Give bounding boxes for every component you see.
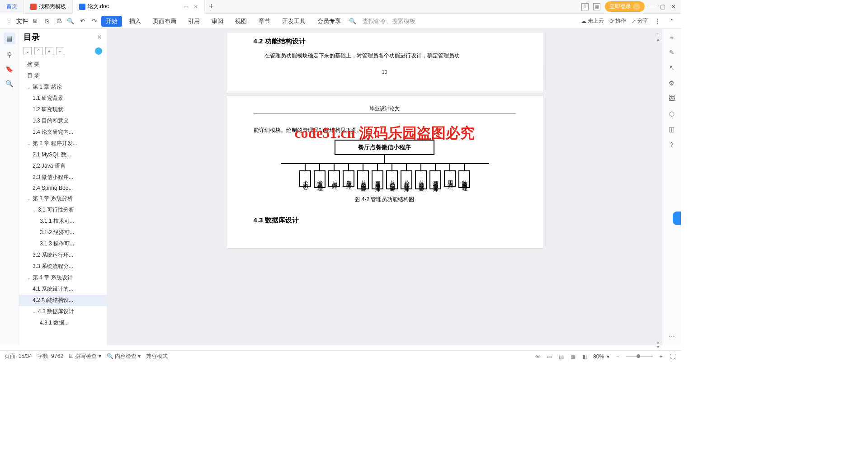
view-web-icon[interactable]: ▦ (570, 353, 577, 360)
more-icon[interactable]: ⋮ (654, 18, 662, 24)
toc-item[interactable]: ⌄3.1 可行性分析 (19, 204, 107, 216)
new-tab-button[interactable]: + (205, 2, 218, 11)
toc-item[interactable]: ⌄第 2 章 程序开发... (19, 138, 107, 149)
toc-item[interactable]: 2.2 Java 语言 (19, 160, 107, 172)
collapse-icon[interactable]: ⌃ (667, 17, 676, 26)
save-icon[interactable]: 🗎 (31, 17, 40, 26)
undo-icon[interactable]: ↶ (78, 17, 87, 26)
toc-item[interactable]: 4.3.1 数据... (19, 317, 107, 329)
share-button[interactable]: ↗ 分享 (632, 17, 648, 25)
toc-item[interactable]: ⌄第 4 章 系统设计 (19, 272, 107, 283)
tab-chapter[interactable]: 章节 (254, 16, 275, 27)
toc-item[interactable]: 1.2 研究现状 (19, 104, 107, 115)
document-area[interactable]: ♡ 4.2 功能结构设计 在管理员功能模块确定下来的基础上，对管理员各个功能进行… (107, 29, 662, 345)
toc-item[interactable]: 3.1.3 操作可... (19, 238, 107, 249)
export-icon[interactable]: ⎘ (42, 17, 52, 26)
cursor-icon[interactable]: ↖ (667, 63, 676, 72)
more-rail-icon[interactable]: ⋯ (667, 332, 676, 341)
collapse-all-icon[interactable]: ⌄ (24, 47, 32, 55)
toc-item[interactable]: 1.4 论文研究内... (19, 127, 107, 138)
toc-item[interactable]: ⌄第 3 章 系统分析 (19, 193, 107, 204)
bookmark-icon[interactable]: 🔖 (5, 65, 14, 73)
tab-insert[interactable]: 插入 (125, 16, 146, 27)
compass-icon[interactable]: ◫ (667, 125, 676, 134)
tab-start[interactable]: 开始 (101, 16, 122, 27)
settings-icon[interactable]: ⚙ (667, 79, 676, 88)
close-outline-icon[interactable]: ✕ (97, 33, 102, 41)
page-11: 毕业设计论文 code51.cn 源码乐园盗图必究 能详细模块。绘制的管理员功能… (226, 96, 543, 249)
tab-home[interactable]: 首页 (0, 0, 24, 14)
spellcheck[interactable]: ☑ 拼写检查 ▾ (69, 353, 101, 360)
toc-item[interactable]: 摘 要 (19, 59, 107, 70)
zoom-out-icon[interactable]: − (614, 353, 621, 360)
toc-item[interactable]: 3.3 系统流程分... (19, 261, 107, 272)
toc-item[interactable]: 3.2 系统运行环... (19, 249, 107, 261)
watermark: code51.cn 源码乐园盗图必究 (294, 123, 474, 143)
login-button[interactable]: 立即登录 (605, 1, 645, 12)
print-icon[interactable]: 🖶 (54, 17, 63, 26)
zoom-control[interactable]: 80% ▾ (593, 353, 609, 360)
tab-member[interactable]: 会员专享 (313, 16, 345, 27)
help-icon[interactable]: ? (667, 140, 676, 149)
expand-all-icon[interactable]: ⌃ (34, 47, 42, 55)
search-rail-icon[interactable]: 🔍 (5, 80, 14, 88)
toc-item[interactable]: 2.1 MySQL 数... (19, 149, 107, 160)
search-icon[interactable]: 🔍 (348, 17, 357, 26)
image-icon[interactable]: 🖼 (667, 94, 676, 103)
zoom-in-icon[interactable]: + (657, 353, 665, 360)
fullscreen-icon[interactable]: ⛶ (669, 353, 676, 360)
minimize-button[interactable]: — (649, 3, 656, 10)
toc-item[interactable]: 3.1.2 经济可... (19, 227, 107, 238)
toc-item[interactable]: 目 录 (19, 70, 107, 81)
redo-icon[interactable]: ↷ (90, 17, 99, 26)
zoom-slider[interactable] (626, 356, 653, 357)
view-eye-icon[interactable]: 👁 (534, 353, 542, 360)
word-count[interactable]: 字数: 9762 (38, 353, 63, 360)
pin-icon[interactable]: ⚲ (5, 51, 14, 59)
toc-item[interactable]: 2.3 微信小程序... (19, 172, 107, 183)
collab-button[interactable]: ⟳ 协作 (609, 17, 626, 25)
sync-badge-icon[interactable] (95, 47, 102, 55)
tab-review[interactable]: 审阅 (207, 16, 228, 27)
remove-icon[interactable]: − (56, 47, 64, 55)
tab-ref[interactable]: 引用 (184, 16, 204, 27)
tab-layout[interactable]: 页面布局 (148, 16, 181, 27)
compat-mode[interactable]: 兼容模式 (146, 353, 168, 360)
toc-item[interactable]: 3.1.1 技术可... (19, 216, 107, 227)
close-icon[interactable]: ✕ (193, 4, 198, 10)
layout-icon[interactable]: 1 (581, 3, 589, 10)
toc-item[interactable]: 4.1 系统设计的... (19, 283, 107, 295)
side-tab[interactable] (673, 212, 681, 225)
menu-icon[interactable]: ≡ (667, 33, 676, 42)
cloud-status[interactable]: ☁ 未上云 (581, 17, 604, 25)
search-command[interactable]: 查找命令、搜索模板 (363, 17, 415, 25)
close-button[interactable]: ✕ (671, 3, 677, 10)
view-read-icon[interactable]: ▭ (546, 353, 553, 360)
toc-item[interactable]: ⌄第 1 章 绪论 (19, 81, 107, 93)
outline-icon[interactable]: ▤ (4, 33, 15, 44)
content-check[interactable]: 🔍 内容检查 ▾ (107, 353, 141, 360)
file-menu[interactable]: 文件 (16, 17, 28, 25)
tab-view[interactable]: 视图 (231, 16, 251, 27)
scrollbar[interactable]: ≡▴▴▾ (655, 32, 661, 349)
add-icon[interactable]: + (45, 47, 53, 55)
view-page-icon[interactable]: ▤ (558, 353, 565, 360)
apps-icon[interactable]: ▦ (593, 3, 600, 10)
toc-item[interactable]: 4.2 功能结构设... (19, 295, 107, 306)
view-outline-icon[interactable]: ◧ (581, 353, 589, 360)
hamburger-icon[interactable]: ≡ (5, 17, 14, 26)
toc-item[interactable]: 2.4 Spring Boo... (19, 183, 107, 193)
toc-item[interactable]: 1.3 目的和意义 (19, 115, 107, 127)
page-indicator[interactable]: 页面: 15/34 (5, 353, 32, 360)
pen-icon[interactable]: ✎ (667, 48, 676, 57)
tab-doc[interactable]: 论文.doc▭✕ (73, 0, 205, 14)
toc-item[interactable]: ⌄4.3 数据库设计 (19, 306, 107, 317)
right-rail: ≡ ✎ ↖ ⚙ 🖼 ⬡ ◫ ? ⋯ (662, 29, 681, 345)
tab-template[interactable]: 找稻壳模板 (24, 0, 73, 14)
present-icon[interactable]: ▭ (184, 4, 189, 10)
bulb-icon[interactable]: ⬡ (667, 109, 676, 118)
toc-item[interactable]: 1.1 研究背景 (19, 93, 107, 104)
preview-icon[interactable]: 🔍 (66, 17, 75, 26)
tab-dev[interactable]: 开发工具 (278, 16, 310, 27)
maximize-button[interactable]: ▢ (660, 3, 666, 10)
